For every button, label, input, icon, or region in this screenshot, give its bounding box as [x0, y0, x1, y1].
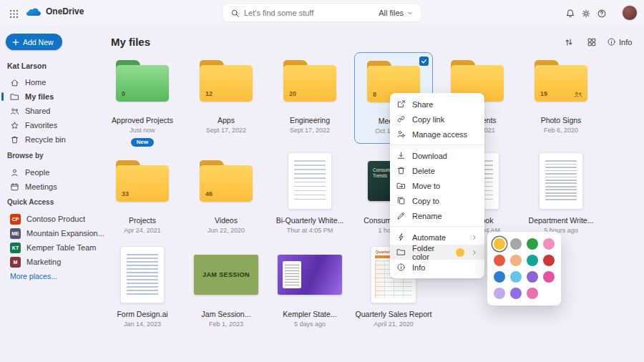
menu-item-share[interactable]: Share: [390, 97, 484, 112]
file-card-engineering[interactable]: 20 Engineering Sept 17, 2022: [270, 52, 349, 144]
color-swatch[interactable]: [494, 288, 505, 299]
new-badge: New: [131, 138, 154, 147]
file-card-projects[interactable]: 33 Projects Apr 24, 2021: [103, 152, 182, 244]
file-card-approved-projects[interactable]: 0 Approved Projects Just now New: [103, 52, 182, 144]
share-icon: [396, 99, 406, 109]
color-swatch[interactable]: [543, 255, 555, 266]
menu-item-manage-access[interactable]: Manage access: [390, 127, 484, 142]
selection-checkbox[interactable]: [419, 57, 429, 66]
more-places-link[interactable]: More places...: [10, 272, 57, 280]
onedrive-logo[interactable]: OneDrive: [26, 6, 84, 16]
file-card-department-writeup[interactable]: Department Write... 5 hours ago: [522, 152, 600, 244]
color-swatch[interactable]: [494, 238, 505, 250]
app-name: OneDrive: [46, 6, 84, 16]
folder-item-count: 19: [540, 90, 547, 97]
team-avatar: KT: [10, 243, 21, 253]
sidebar-item-shared[interactable]: Shared: [4, 104, 106, 118]
file-date: April 21, 2020: [354, 321, 433, 328]
color-swatch[interactable]: [510, 288, 522, 299]
person-icon: [10, 168, 19, 177]
gear-icon: [581, 9, 591, 19]
bell-icon: [565, 9, 575, 19]
menu-item-download[interactable]: Download: [390, 148, 484, 163]
file-card-form-design[interactable]: Form Design.ai Jan 14, 2023: [103, 246, 182, 338]
info-pane-button[interactable]: Info: [607, 37, 632, 47]
sidebar-item-recycle-bin[interactable]: Recycle bin: [4, 132, 106, 147]
file-card-jam-session[interactable]: JAM SESSION Jam Session... Feb 1, 2023: [187, 246, 265, 338]
team-avatar: ME: [10, 228, 21, 239]
menu-item-automate[interactable]: Automate: [390, 230, 484, 245]
search-bar[interactable]: All files: [223, 4, 421, 21]
color-swatch[interactable]: [527, 255, 538, 266]
color-swatch[interactable]: [494, 255, 505, 266]
menu-item-move-to[interactable]: Move to: [390, 178, 484, 193]
trash-icon: [396, 166, 406, 175]
trash-icon: [10, 135, 19, 145]
sidebar-item-my-files[interactable]: My files: [4, 89, 106, 104]
add-new-button[interactable]: Add New: [6, 34, 62, 50]
file-card-bi-quarterly-whitepaper[interactable]: Bi-Quarterly White... Thur at 4:05 PM: [270, 152, 349, 244]
menu-item-rename[interactable]: Rename: [390, 208, 484, 223]
sidebar-item-favorites[interactable]: Favorites: [4, 118, 106, 132]
sidebar-item-kemper-table-team[interactable]: KT Kemper Table Team: [4, 240, 106, 255]
file-card-photo-signs[interactable]: 19 Photo Signs Feb 6, 2020: [522, 52, 600, 144]
sidebar-item-contoso-product[interactable]: CP Contoso Product: [4, 212, 106, 226]
sort-icon: [564, 37, 574, 47]
folder-item-count: 20: [289, 90, 296, 97]
automate-icon: [396, 233, 406, 242]
folder-item-count: 33: [122, 190, 129, 197]
menu-item-folder-color[interactable]: Folder color: [390, 245, 484, 260]
sidebar-item-home[interactable]: Home: [4, 75, 106, 89]
context-menu: Share Copy link Manage access Download D…: [390, 93, 484, 278]
color-swatch[interactable]: [527, 288, 538, 299]
menu-item-copy-link[interactable]: Copy link: [390, 112, 484, 127]
sort-button[interactable]: [564, 37, 574, 47]
star-icon: [10, 121, 19, 130]
current-folder-color-swatch: [456, 248, 464, 257]
calendar-icon: [10, 182, 19, 192]
help-icon: [597, 9, 607, 19]
color-swatch[interactable]: [527, 271, 538, 283]
file-card-kempler-state[interactable]: Kempler State... 5 days ago: [270, 246, 349, 338]
folder-thumbnail: 19: [535, 60, 587, 102]
sidebar-item-marketing[interactable]: M Marketing: [4, 255, 106, 269]
color-swatch[interactable]: [510, 271, 522, 283]
sidebar-item-mountain-expansion[interactable]: ME Mountain Expansion...: [4, 226, 106, 240]
grid-view-icon: [587, 37, 597, 47]
color-swatch[interactable]: [510, 238, 522, 250]
help-button[interactable]: [594, 6, 610, 21]
team-avatar: CP: [10, 214, 21, 225]
color-swatch[interactable]: [494, 271, 505, 283]
notifications-button[interactable]: [562, 6, 578, 21]
file-name: Approved Projects: [103, 116, 182, 124]
plus-icon: [12, 39, 19, 46]
file-name: Apps: [187, 116, 265, 124]
sidebar-item-people[interactable]: People: [4, 165, 106, 180]
app-launcher-icon[interactable]: [6, 6, 21, 21]
user-avatar[interactable]: [622, 5, 638, 21]
shared-people-icon: [574, 91, 582, 98]
menu-item-copy-to[interactable]: Copy to: [390, 193, 484, 208]
menu-item-delete[interactable]: Delete: [390, 163, 484, 178]
file-name: Videos: [187, 216, 265, 225]
color-swatch[interactable]: [543, 238, 555, 250]
menu-item-info[interactable]: Info: [390, 260, 484, 275]
color-swatch[interactable]: [543, 271, 555, 283]
file-date: Sept 17, 2022: [187, 127, 265, 134]
color-swatch[interactable]: [527, 238, 538, 250]
folder-thumbnail: 12: [200, 60, 253, 102]
folder-thumbnail: 46: [200, 160, 253, 202]
manage-access-icon: [396, 129, 406, 139]
file-card-videos[interactable]: 46 Videos Jun 22, 2020: [187, 152, 265, 244]
file-name: Department Write...: [522, 216, 600, 225]
grid-view-button[interactable]: [587, 37, 597, 47]
folder-item-count: 8: [373, 91, 376, 98]
color-swatch[interactable]: [510, 255, 522, 266]
file-card-apps[interactable]: 12 Apps Sept 17, 2022: [187, 52, 265, 144]
file-date: Just now: [103, 127, 182, 134]
sidebar-item-meetings[interactable]: Meetings: [4, 180, 106, 194]
search-input[interactable]: [244, 9, 374, 17]
search-scope-dropdown[interactable]: All files: [379, 9, 414, 17]
team-avatar: M: [10, 257, 21, 268]
settings-button[interactable]: [578, 6, 594, 21]
